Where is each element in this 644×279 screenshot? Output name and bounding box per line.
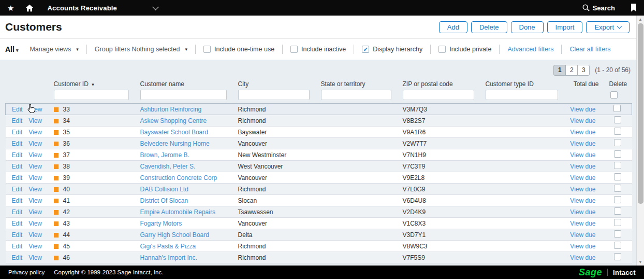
view-link[interactable]: View <box>28 117 42 124</box>
view-due-link[interactable]: View due <box>570 140 595 147</box>
edit-link[interactable]: Edit <box>12 129 23 136</box>
table-row[interactable]: EditView 33 Ashburton Reinforcing Richmo… <box>6 104 632 115</box>
view-link[interactable]: View <box>28 163 42 170</box>
export-button[interactable]: Export <box>586 21 630 33</box>
table-row[interactable]: EditView 35 Bayswater School Board Baysw… <box>6 127 632 138</box>
table-row[interactable]: EditView 39 Construction Concrete Corp V… <box>6 172 632 184</box>
table-row[interactable]: EditView 44 Garry High School Board Delt… <box>6 229 632 241</box>
favorites-star-icon[interactable]: ★ <box>7 4 14 12</box>
row-delete-checkbox[interactable] <box>614 230 621 238</box>
view-link[interactable]: View <box>28 151 42 159</box>
scroll-up-arrow-icon[interactable]: ▲ <box>637 16 644 23</box>
clear-all-filters-link[interactable]: Clear all filters <box>561 45 618 54</box>
customer-name-link[interactable]: Hannah's Import Inc. <box>140 254 197 261</box>
header-total-due[interactable]: Total due <box>565 79 603 89</box>
delete-button[interactable]: Delete <box>471 21 507 33</box>
table-row[interactable]: EditView 41 District Of Slocan Slocan V6… <box>6 195 632 206</box>
filter-checkbox-item[interactable]: Include one-time use <box>195 45 282 54</box>
customer-name-link[interactable]: Gigi's Pasta & Pizza <box>140 243 196 250</box>
table-row[interactable]: EditView 38 Cavendish, Peter S. West Van… <box>6 161 632 172</box>
table-row[interactable]: EditView 45 Gigi's Pasta & Pizza Richmon… <box>6 241 632 252</box>
view-due-link[interactable]: View due <box>570 220 595 227</box>
edit-link[interactable]: Edit <box>12 254 23 261</box>
edit-link[interactable]: Edit <box>12 174 23 182</box>
row-delete-checkbox[interactable] <box>614 185 621 192</box>
customer-name-link[interactable]: Construction Concrete Corp <box>140 174 217 182</box>
table-row[interactable]: EditView 42 Empire Automobile Repairs Ts… <box>6 206 632 218</box>
view-due-link[interactable]: View due <box>570 151 595 159</box>
customer-name-link[interactable]: Brown, Jerome B. <box>140 151 189 159</box>
table-row[interactable]: EditView 40 DAB Collision Ltd Richmond V… <box>6 184 632 195</box>
table-row[interactable]: EditView 34 Askew Shopping Centre Richmo… <box>6 115 632 127</box>
select-all-checkbox[interactable] <box>610 91 618 99</box>
customer-name-link[interactable]: Fogarty Motors <box>140 220 182 227</box>
row-delete-checkbox[interactable] <box>614 162 621 169</box>
customer-name-link[interactable]: Cavendish, Peter S. <box>140 163 196 170</box>
page-button-3[interactable]: 3 <box>577 65 590 76</box>
row-delete-checkbox[interactable] <box>614 219 621 226</box>
row-delete-checkbox[interactable] <box>614 139 621 146</box>
view-link[interactable]: View <box>28 243 42 250</box>
customer-name-link[interactable]: Garry High School Board <box>140 231 209 239</box>
view-link[interactable]: View <box>29 106 42 113</box>
import-button[interactable]: Import <box>547 21 583 33</box>
scrollbar-thumb[interactable] <box>638 23 643 204</box>
edit-link[interactable]: Edit <box>12 231 23 239</box>
header-customer-name[interactable]: Customer name <box>136 79 234 89</box>
edit-link[interactable]: Edit <box>12 163 23 170</box>
view-link[interactable]: View <box>28 220 42 227</box>
view-due-link[interactable]: View due <box>570 117 595 124</box>
edit-link[interactable]: Edit <box>12 117 23 124</box>
edit-link[interactable]: Edit <box>12 243 23 250</box>
checkbox[interactable] <box>203 46 211 53</box>
view-link[interactable]: View <box>28 254 42 261</box>
view-link[interactable]: View <box>28 129 42 136</box>
customer-name-link[interactable]: Bayswater School Board <box>140 129 208 136</box>
table-row[interactable]: EditView 36 Belvedere Nursing Home Vanco… <box>6 138 632 149</box>
edit-link[interactable]: Edit <box>12 197 23 204</box>
view-link[interactable]: View <box>28 231 42 239</box>
customer-name-link[interactable]: Ashburton Reinforcing <box>140 106 202 113</box>
view-due-link[interactable]: View due <box>570 174 595 182</box>
checkbox[interactable]: ✓ <box>362 46 369 53</box>
row-delete-checkbox[interactable] <box>614 128 621 135</box>
edit-link[interactable]: Edit <box>12 151 23 159</box>
done-button[interactable]: Done <box>511 21 544 33</box>
filter-checkbox-item[interactable]: ✓ Display hierarchy <box>354 45 430 54</box>
edit-link[interactable]: Edit <box>12 140 23 147</box>
customer-name-link[interactable]: Empire Automobile Repairs <box>140 208 215 216</box>
vertical-scrollbar[interactable]: ▲ ▼ <box>636 16 644 266</box>
filter-checkbox-item[interactable]: Include inactive <box>282 45 354 54</box>
view-link[interactable]: View <box>28 186 42 193</box>
header-city[interactable]: City <box>234 79 317 89</box>
privacy-policy-link[interactable]: Privacy policy <box>8 269 45 275</box>
add-button[interactable]: Add <box>439 21 467 33</box>
row-delete-checkbox[interactable] <box>613 105 621 112</box>
checkbox[interactable] <box>438 46 446 53</box>
filter-city-input[interactable] <box>238 90 310 100</box>
search-button[interactable]: Search <box>582 4 615 12</box>
view-link[interactable]: View <box>28 140 42 147</box>
manage-views-dropdown[interactable]: Manage views▾ <box>30 45 86 54</box>
view-due-link[interactable]: View due <box>570 106 595 113</box>
view-due-link[interactable]: View due <box>570 163 595 170</box>
edit-link[interactable]: Edit <box>12 106 23 113</box>
header-zip[interactable]: ZIP or postal code <box>399 79 481 89</box>
view-all-dropdown[interactable]: All▾ <box>5 45 18 53</box>
table-row[interactable]: EditView 43 Fogarty Motors Vancouver V1C… <box>6 218 632 229</box>
row-delete-checkbox[interactable] <box>614 196 621 203</box>
view-link[interactable]: View <box>28 174 42 182</box>
bookmark-icon[interactable] <box>631 4 637 12</box>
header-customer-id[interactable]: Customer ID ▾ <box>50 79 136 89</box>
row-delete-checkbox[interactable] <box>614 207 621 215</box>
filter-checkbox-item[interactable]: Include private <box>430 45 499 54</box>
view-due-link[interactable]: View due <box>570 197 595 204</box>
home-icon[interactable] <box>25 4 34 12</box>
group-filters-dropdown[interactable]: Group filters Nothing selected▾ <box>86 45 195 54</box>
customer-name-link[interactable]: DAB Collision Ltd <box>140 186 188 193</box>
filter-customer-type-input[interactable] <box>486 90 558 100</box>
row-delete-checkbox[interactable] <box>614 242 621 249</box>
scroll-down-arrow-icon[interactable]: ▼ <box>637 258 644 266</box>
view-due-link[interactable]: View due <box>570 186 595 193</box>
view-link[interactable]: View <box>28 208 42 216</box>
